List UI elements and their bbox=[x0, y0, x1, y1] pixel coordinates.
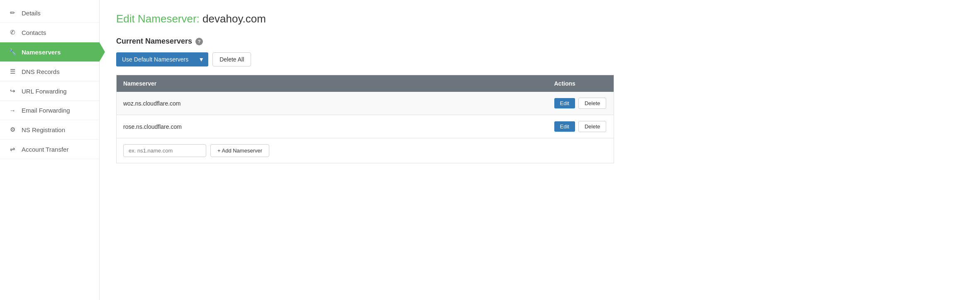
wrench-icon: 🔧 bbox=[8, 48, 17, 56]
delete-nameserver-button[interactable]: Delete bbox=[578, 98, 607, 109]
page-title: Edit Nameserver: devahoy.com bbox=[116, 12, 963, 25]
sidebar-item-details[interactable]: ✏ Details bbox=[0, 3, 99, 23]
nameserver-column-header: Nameserver bbox=[117, 75, 548, 92]
sidebar-item-url-forwarding[interactable]: ↪ URL Forwarding bbox=[0, 81, 99, 101]
arrow-right-icon: → bbox=[8, 107, 17, 114]
gear-icon: ⚙ bbox=[8, 126, 17, 133]
table-header-row: Nameserver Actions bbox=[117, 75, 614, 92]
sidebar-item-label: URL Forwarding bbox=[22, 88, 67, 95]
page-title-domain: devahoy.com bbox=[202, 12, 266, 25]
current-nameservers-label: Current Nameservers bbox=[116, 37, 192, 46]
table-row: rose.ns.cloudflare.comEditDelete bbox=[117, 115, 614, 138]
sidebar-item-label: NS Registration bbox=[22, 126, 65, 133]
sidebar-item-ns-registration[interactable]: ⚙ NS Registration bbox=[0, 120, 99, 140]
table-row: woz.ns.cloudflare.comEditDelete bbox=[117, 92, 614, 115]
sidebar-item-label: DNS Records bbox=[22, 68, 60, 75]
sidebar-item-dns-records[interactable]: ☰ DNS Records bbox=[0, 62, 99, 81]
help-icon[interactable]: ? bbox=[195, 38, 203, 45]
sidebar: ✏ Details ✆ Contacts 🔧 Nameservers ☰ DNS… bbox=[0, 0, 100, 300]
phone-icon: ✆ bbox=[8, 29, 17, 36]
sidebar-item-contacts[interactable]: ✆ Contacts bbox=[0, 23, 99, 42]
use-default-nameservers-main[interactable]: Use Default Nameservers bbox=[116, 52, 194, 66]
actions-cell: EditDelete bbox=[548, 115, 614, 138]
transfer-icon: ⇌ bbox=[8, 145, 17, 153]
sidebar-item-label: Email Forwarding bbox=[22, 107, 70, 114]
sidebar-item-nameservers[interactable]: 🔧 Nameservers bbox=[0, 42, 99, 62]
sidebar-item-label: Details bbox=[22, 10, 41, 17]
add-nameserver-button[interactable]: + Add Nameserver bbox=[210, 144, 269, 157]
edit-icon: ✏ bbox=[8, 9, 17, 17]
edit-nameserver-button[interactable]: Edit bbox=[554, 121, 575, 132]
edit-nameserver-button[interactable]: Edit bbox=[554, 98, 575, 108]
sidebar-item-label: Account Transfer bbox=[22, 146, 68, 153]
delete-nameserver-button[interactable]: Delete bbox=[578, 121, 607, 132]
sidebar-item-email-forwarding[interactable]: → Email Forwarding bbox=[0, 101, 99, 120]
actions-cell: EditDelete bbox=[548, 92, 614, 115]
nameservers-table: Nameserver Actions woz.ns.cloudflare.com… bbox=[116, 75, 614, 138]
sidebar-item-label: Nameservers bbox=[22, 49, 61, 56]
list-icon: ☰ bbox=[8, 68, 17, 75]
section-title: Current Nameservers ? bbox=[116, 37, 963, 46]
use-default-nameservers-caret[interactable]: ▼ bbox=[194, 52, 208, 66]
main-content: Edit Nameserver: devahoy.com Current Nam… bbox=[100, 0, 980, 300]
sidebar-item-label: Contacts bbox=[22, 29, 46, 36]
add-nameserver-row: + Add Nameserver bbox=[116, 138, 614, 163]
use-default-nameservers-button[interactable]: Use Default Nameservers ▼ bbox=[116, 52, 208, 66]
page-title-green: Edit Nameserver: bbox=[116, 12, 200, 25]
sidebar-item-account-transfer[interactable]: ⇌ Account Transfer bbox=[0, 140, 99, 159]
toolbar: Use Default Nameservers ▼ Delete All bbox=[116, 52, 963, 66]
actions-column-header: Actions bbox=[548, 75, 614, 92]
nameserver-cell: rose.ns.cloudflare.com bbox=[117, 115, 548, 138]
delete-all-button[interactable]: Delete All bbox=[212, 52, 251, 66]
nameserver-cell: woz.ns.cloudflare.com bbox=[117, 92, 548, 115]
nameserver-input[interactable] bbox=[123, 144, 206, 157]
forward-icon: ↪ bbox=[8, 87, 17, 95]
